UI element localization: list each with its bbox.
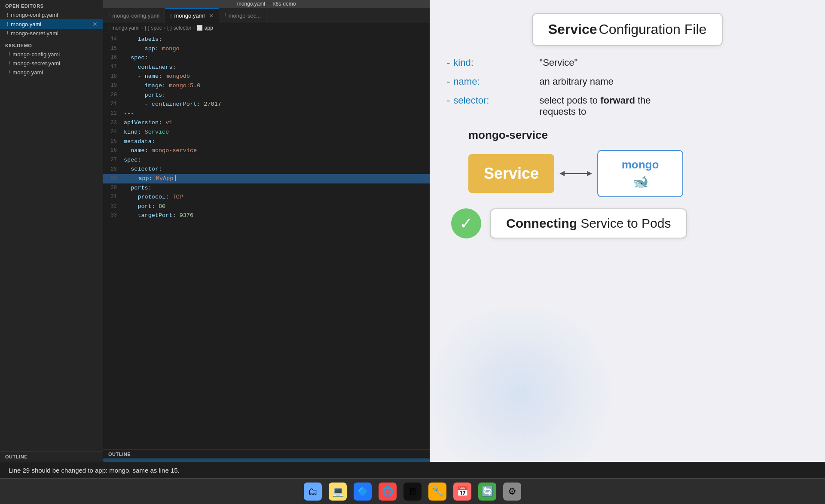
sidebar-open-filename-1: mongo.yaml (11, 21, 41, 27)
dock-icon-settings[interactable]: ⚙ (503, 483, 521, 501)
dock-icon-sync[interactable]: 🔄 (478, 483, 496, 501)
mongo-label: mongo (622, 158, 659, 171)
dash-0: - (447, 57, 450, 68)
dash-1: - (447, 76, 450, 87)
code-line-28: 28 selector: (103, 165, 430, 174)
tab-label-1: mongo.yaml (174, 12, 205, 19)
info-row-selector: - selector: select pods to forward there… (447, 95, 808, 117)
config-file-title-rest: Configuration File (599, 21, 707, 37)
group-filename-1: mongo-secret.yaml (12, 60, 60, 67)
dock-icon-vscode[interactable]: 🔷 (354, 483, 372, 501)
sidebar: OPEN EDITORS ! mongo-config.yaml ! mongo… (0, 0, 103, 462)
code-line-30: 30 ports: (103, 183, 430, 193)
breadcrumb-sep-1: › (164, 25, 165, 31)
code-line-33: 33 targetPort: 9376 (103, 211, 430, 220)
warning-icon-0: ! (7, 12, 8, 18)
service-label: Service (484, 165, 539, 183)
warning-icon-1: ! (7, 21, 8, 27)
code-line-17: 17 containers: (103, 63, 430, 72)
code-line-21: 21 - containerPort: 27017 (103, 100, 430, 109)
group-warning-icon-0: ! (9, 52, 10, 58)
dock-icon-calendar[interactable]: 📅 (453, 483, 471, 501)
service-box: Service (468, 154, 554, 193)
close-icon-1[interactable]: ✕ (92, 21, 98, 27)
connecting-rest: Service to Pods (581, 216, 671, 230)
code-line-15: 15 app: mongo (103, 44, 430, 54)
tab-close-icon[interactable]: ✕ (209, 12, 214, 19)
code-line-26: 26 name: mongo-service (103, 146, 430, 156)
breadcrumb-file-icon: ! (108, 25, 110, 31)
connecting-bold: Connecting (506, 216, 577, 230)
info-key-name: name: (453, 76, 522, 87)
tab-mongo-config[interactable]: ! mongo-config.yaml (103, 8, 165, 23)
tab-icon-1: ! (170, 13, 171, 19)
breadcrumb-app: ⬜ app (196, 25, 213, 31)
diagram-area: mongo-service Service (447, 128, 808, 197)
info-key-kind: kind: (453, 57, 522, 68)
tab-mongo-sec[interactable]: ! mongo-sec... (219, 8, 266, 23)
group-file-1[interactable]: ! mongo-secret.yaml (0, 59, 103, 68)
code-line-22: 22 --- (103, 109, 430, 119)
code-line-27: 27 spec: (103, 156, 430, 165)
mongo-box: mongo 🐋 (597, 150, 683, 197)
diagram-service-name: mongo-service (468, 128, 548, 142)
info-row-name: - name: an arbitrary name (447, 76, 808, 87)
editor-area: mongo.yaml — k8s-demo ! mongo-config.yam… (103, 0, 430, 462)
bg-decoration (430, 307, 627, 462)
code-line-32: 32 port: 80 (103, 202, 430, 211)
sidebar-open-file-0[interactable]: ! mongo-config.yaml (0, 10, 103, 19)
arrow (559, 169, 593, 178)
code-line-29: 29 app: MyApp (103, 174, 430, 183)
tab-icon-0: ! (108, 12, 110, 18)
group-file-2[interactable]: ! mongo.yaml (0, 68, 103, 77)
dock-icon-finder[interactable]: 🗂 (304, 483, 322, 501)
breadcrumb-file: mongo.yaml (111, 25, 139, 31)
group-warning-icon-2: ! (9, 70, 10, 76)
dock-icon-chrome[interactable]: 🌐 (379, 483, 397, 501)
code-line-31: 31 - protocol: TCP (103, 192, 430, 202)
tab-icon-2: ! (224, 12, 226, 18)
open-editors-title: OPEN EDITORS (0, 0, 103, 10)
config-file-title-box: Service Configuration File (532, 13, 723, 46)
breadcrumb: ! mongo.yaml › { } spec › { } selector ›… (103, 23, 430, 33)
notification-text: Line 29 should be changed to app: mongo,… (9, 467, 180, 474)
main-layout: OPEN EDITORS ! mongo-config.yaml ! mongo… (0, 0, 825, 462)
code-line-18: 18 - name: mongodb (103, 72, 430, 81)
dock-icon-tool[interactable]: 🔧 (428, 483, 446, 501)
tab-mongo-yaml[interactable]: ! mongo.yaml ✕ (165, 8, 219, 23)
code-line-16: 16 spec: (103, 53, 430, 63)
tab-label-0: mongo-config.yaml (112, 12, 159, 19)
info-val-kind: "Service" (539, 57, 578, 68)
docker-icon: 🐋 (632, 174, 648, 189)
connecting-row: ✓ Connecting Service to Pods (447, 208, 808, 238)
config-file-title-bold: Service (548, 21, 597, 37)
info-val-name: an arbitrary name (539, 76, 613, 87)
bottom-scrollbar[interactable] (103, 458, 430, 462)
group-file-0[interactable]: ! mongo-config.yaml (0, 50, 103, 59)
dock-icon-launchpad[interactable]: 💻 (329, 483, 347, 501)
group-filename-2: mongo.yaml (12, 69, 43, 76)
scroll-thumb (103, 458, 430, 462)
code-editor[interactable]: 14 labels: 15 app: mongo 16 spec: 17 con… (103, 33, 430, 449)
check-circle: ✓ (451, 208, 481, 238)
breadcrumb-spec: { } spec (145, 25, 162, 31)
group-title: K8S-DEMO (0, 38, 103, 50)
info-row-kind: - kind: "Service" (447, 57, 808, 68)
code-line-23: 23 apiVersion: v1 (103, 118, 430, 128)
notification-bar: Line 29 should be changed to app: mongo,… (0, 462, 825, 478)
info-val-selector: select pods to forward therequests to (539, 95, 651, 117)
info-list: - kind: "Service" - name: an arbitrary n… (447, 53, 808, 122)
right-panel: Service Configuration File - kind: "Serv… (430, 0, 825, 462)
sidebar-open-filename-2: mongo-secret.yaml (11, 30, 58, 37)
sidebar-open-filename-0: mongo-config.yaml (11, 12, 58, 18)
code-line-20: 20 ports: (103, 91, 430, 100)
group-warning-icon-1: ! (9, 61, 10, 67)
info-key-selector: selector: (453, 95, 522, 106)
outline-section: OUTLINE (0, 451, 103, 462)
sidebar-open-file-2[interactable]: ! mongo-secret.yaml (0, 29, 103, 38)
dock-bar: 🗂 💻 🔷 🌐 🖥 🔧 📅 🔄 ⚙ (0, 478, 825, 504)
arrow-svg (559, 169, 593, 178)
diagram-boxes: Service (468, 150, 683, 197)
sidebar-open-file-1[interactable]: ! mongo.yaml ✕ (0, 19, 103, 29)
dock-icon-terminal[interactable]: 🖥 (403, 483, 422, 501)
